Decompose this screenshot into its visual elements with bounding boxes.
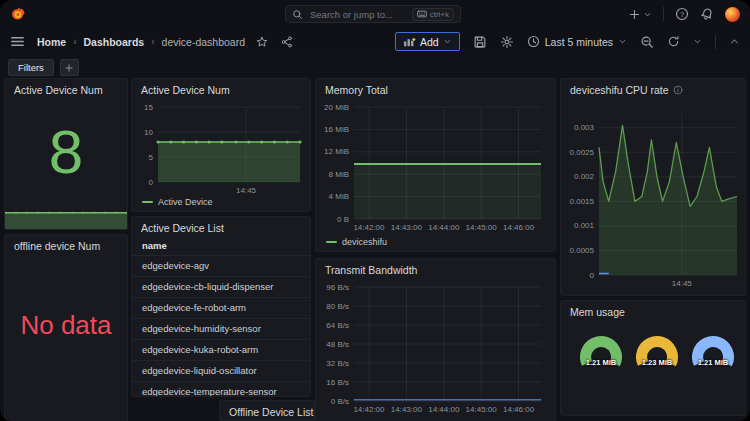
svg-text:14:46:00: 14:46:00 — [503, 405, 535, 414]
refresh-interval-chevron-icon[interactable] — [693, 37, 702, 46]
svg-text:0.0015: 0.0015 — [570, 197, 595, 206]
panel-offline-device-list: Offline Device List — [219, 400, 315, 421]
add-panel-button[interactable]: Add — [395, 32, 460, 51]
search-input[interactable] — [308, 8, 412, 21]
svg-text:0.0025: 0.0025 — [570, 148, 595, 157]
panel-title[interactable]: deviceshifu CPU rate — [561, 79, 745, 98]
plus-icon — [628, 8, 641, 21]
memory-total-chart[interactable]: 20 MiB16 MiB12 MiB8 MiB4 MiB0 B14:42:001… — [320, 99, 551, 237]
svg-text:14:44:00: 14:44:00 — [428, 405, 460, 414]
panel-title[interactable]: Offline Device List — [220, 401, 314, 420]
svg-text:14:44:00: 14:44:00 — [428, 223, 460, 232]
table-column-header[interactable]: name — [132, 236, 310, 256]
stat-sparkline — [5, 208, 127, 229]
dashboard-toolbar: Home › Dashboards › device-dashboard — [0, 28, 750, 55]
zoom-out-icon[interactable] — [640, 35, 654, 49]
save-icon[interactable] — [473, 35, 487, 49]
svg-text:0.002: 0.002 — [574, 172, 595, 181]
table-row: edgedevice-fe-robot-arm — [132, 298, 310, 319]
svg-text:14:42:00: 14:42:00 — [353, 223, 385, 232]
panel-title[interactable]: offline device Num — [5, 235, 127, 254]
svg-text:5: 5 — [149, 153, 154, 162]
breadcrumb-dashboards[interactable]: Dashboards — [84, 36, 145, 48]
table-row: edgedevice-liquid-oscillator — [132, 361, 310, 382]
table-row: edgedevice-cb-liquid-dispenser — [132, 277, 310, 298]
svg-text:64 B/s: 64 B/s — [326, 321, 349, 330]
panel-transmit-bandwidth: Transmit Bandwidth 96 B/s80 B/s64 B/s48 … — [315, 258, 556, 421]
svg-text:0 B/s: 0 B/s — [331, 397, 349, 406]
chevron-down-icon — [618, 37, 627, 46]
panel-active-device-num-stat: Active Device Num 8 — [4, 78, 128, 230]
svg-text:8 MiB: 8 MiB — [329, 170, 349, 179]
panel-title[interactable]: Active Device List — [132, 217, 310, 236]
breadcrumb-separator: › — [73, 36, 76, 47]
svg-text:48 B/s: 48 B/s — [326, 340, 349, 349]
gauge: 1.23 MiB — [629, 334, 685, 374]
chart-legend[interactable]: Active Device — [142, 197, 213, 207]
active-device-value: 8 — [5, 99, 127, 203]
svg-text:16 B/s: 16 B/s — [326, 378, 349, 387]
no-data-value: No data — [5, 290, 127, 360]
legend-label: deviceshifu — [342, 237, 387, 247]
refresh-icon[interactable] — [667, 35, 680, 48]
panel-title[interactable]: Memory Total — [316, 79, 555, 98]
svg-text:0: 0 — [590, 271, 595, 280]
svg-text:20 MiB: 20 MiB — [324, 103, 349, 112]
news-bell-icon[interactable] — [700, 7, 714, 21]
grafana-logo[interactable] — [10, 6, 26, 22]
legend-label: Active Device — [158, 197, 213, 207]
svg-text:14:43:00: 14:43:00 — [391, 223, 423, 232]
cpu-rate-chart[interactable]: 0.0030.00250.0020.00150.0010.0005014:45 — [563, 101, 743, 291]
search-icon — [292, 9, 303, 20]
svg-text:96 B/s: 96 B/s — [326, 283, 349, 292]
panel-title[interactable]: Active Device Num — [5, 79, 127, 98]
add-label: Add — [420, 36, 439, 48]
divider — [663, 7, 664, 21]
breadcrumb-home[interactable]: Home — [37, 36, 66, 48]
shortcut-badge: ctrl+k — [412, 8, 454, 21]
svg-text:14:42:00: 14:42:00 — [353, 405, 385, 414]
svg-text:0.0005: 0.0005 — [570, 246, 595, 255]
active-device-chart[interactable]: 15105014:45 — [136, 99, 306, 197]
help-button[interactable]: ? — [675, 7, 689, 21]
info-icon[interactable] — [673, 85, 683, 95]
transmit-bandwidth-chart[interactable]: 96 B/s80 B/s64 B/s48 B/s32 B/s16 B/s0 B/… — [320, 279, 551, 419]
panel-title-text: deviceshifu CPU rate — [570, 84, 669, 96]
svg-text:?: ? — [680, 10, 684, 19]
panel-offline-device-num-stat: offline device Num No data — [4, 234, 128, 421]
collapse-caret-up-icon[interactable] — [729, 36, 740, 47]
svg-text:4 MiB: 4 MiB — [329, 192, 349, 201]
legend-swatch — [326, 241, 337, 243]
search-bar[interactable]: ctrl+k — [285, 5, 461, 23]
user-avatar[interactable] — [725, 7, 740, 22]
new-menu-button[interactable] — [628, 8, 652, 21]
filters-button[interactable]: Filters — [8, 59, 54, 76]
chart-legend[interactable]: deviceshifu — [326, 237, 387, 247]
svg-text:32 B/s: 32 B/s — [326, 359, 349, 368]
table-row: edgedevice-agv — [132, 256, 310, 277]
breadcrumb: Home › Dashboards › device-dashboard — [37, 36, 293, 48]
time-range-picker[interactable]: Last 5 minutes — [527, 35, 627, 48]
svg-text:80 B/s: 80 B/s — [326, 302, 349, 311]
topnav-actions: ? — [628, 0, 740, 28]
gauge: 1.21 MiB — [573, 334, 629, 374]
panel-active-device-num-timeseries: Active Device Num 15105014:45 Active Dev… — [131, 78, 311, 212]
legend-swatch — [142, 201, 153, 203]
panel-deviceshifu-cpu-rate: deviceshifu CPU rate 0.0030.00250.0020.0… — [560, 78, 746, 296]
svg-text:14:46:00: 14:46:00 — [503, 223, 535, 232]
time-range-label: Last 5 minutes — [545, 36, 613, 48]
breadcrumb-separator: › — [151, 36, 154, 47]
share-icon[interactable] — [281, 36, 293, 48]
gear-icon[interactable] — [500, 35, 514, 49]
svg-text:10: 10 — [144, 128, 153, 137]
menu-icon[interactable] — [10, 34, 25, 49]
table-row: edgedevice-kuka-robot-arm — [132, 340, 310, 361]
divider — [715, 35, 716, 49]
add-filter-button[interactable] — [60, 59, 79, 76]
star-icon[interactable] — [256, 36, 268, 48]
panel-title[interactable]: Active Device Num — [132, 79, 310, 98]
panel-title[interactable]: Transmit Bandwidth — [316, 259, 555, 278]
clock-icon — [527, 35, 540, 48]
panel-title[interactable]: Mem usage — [561, 301, 745, 320]
grafana-window: ctrl+k ? — [0, 0, 750, 421]
